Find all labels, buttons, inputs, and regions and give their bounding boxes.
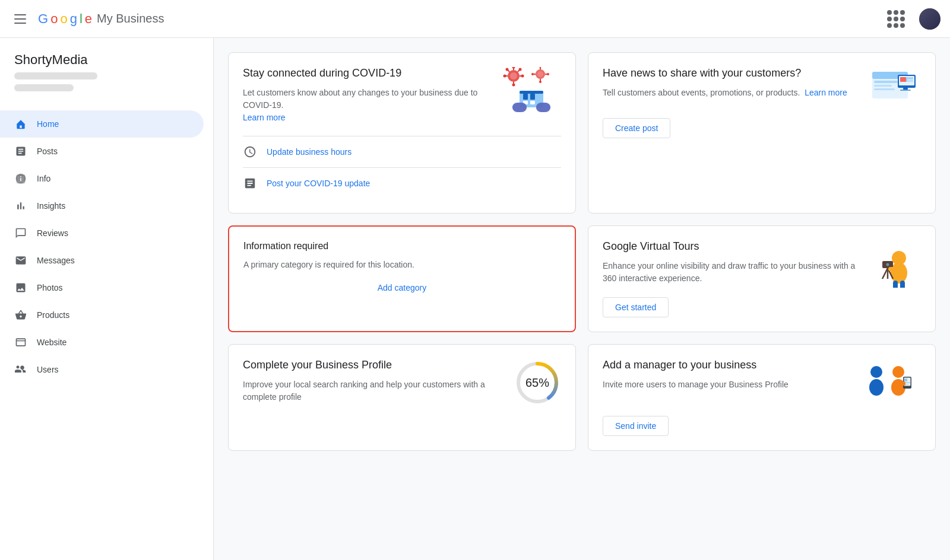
post-covid-action[interactable]: Post your COVID-19 update (243, 168, 561, 199)
svg-point-63 (892, 366, 904, 378)
covid-learn-more[interactable]: Learn more (243, 113, 286, 122)
posts-icon (14, 145, 27, 158)
sidebar-item-reviews[interactable]: Reviews (0, 219, 204, 247)
svg-point-11 (506, 68, 509, 71)
send-invite-button[interactable]: Send invite (603, 416, 669, 436)
news-learn-more[interactable]: Learn more (805, 88, 847, 97)
hamburger-icon[interactable] (10, 9, 31, 28)
google-logo: Google My Business (38, 11, 164, 27)
progress-label: 65% (525, 376, 549, 389)
sidebar-item-website[interactable]: Website (0, 329, 204, 356)
sidebar-item-insights[interactable]: Insights (0, 192, 204, 219)
news-card: Have news to share with your customers? … (588, 52, 936, 214)
sidebar-item-posts[interactable]: Posts (0, 138, 204, 165)
users-icon (14, 363, 27, 376)
messages-icon (14, 254, 27, 267)
home-label: Home (37, 119, 59, 129)
products-label: Products (37, 310, 69, 320)
svg-point-14 (510, 72, 517, 79)
svg-point-61 (870, 366, 882, 378)
manager-desc: Invite more users to manage your Busines… (603, 378, 788, 391)
svg-rect-30 (520, 91, 543, 94)
svg-point-24 (537, 71, 543, 77)
svg-point-54 (886, 263, 889, 266)
svg-point-13 (519, 68, 522, 71)
svg-point-23 (547, 73, 549, 75)
svg-point-48 (891, 262, 907, 284)
info-label: Info (37, 174, 50, 183)
add-category-link[interactable]: Add category (243, 283, 560, 292)
sidebar-item-messages[interactable]: Messages (0, 247, 204, 274)
svg-rect-46 (903, 88, 908, 90)
tours-text: Google Virtual Tours Enhance your online… (603, 240, 867, 285)
sidebar: ShortyMedia Home Posts (0, 38, 214, 560)
svg-rect-70 (898, 381, 905, 386)
sidebar-item-users[interactable]: Users (0, 356, 204, 383)
avatar-icon[interactable] (919, 8, 940, 30)
reviews-icon (14, 227, 27, 240)
sidebar-item-products[interactable]: Products (0, 301, 204, 329)
reviews-label: Reviews (37, 228, 68, 238)
profile-desc: Improve your local search ranking and he… (243, 378, 504, 403)
news-description: Tell customers about events, promotions,… (603, 88, 800, 97)
news-title: Have news to share with your customers? (603, 67, 847, 79)
app-name: My Business (97, 12, 164, 26)
covid-text: Stay connected during COVID-19 Let custo… (243, 67, 492, 124)
avatar-image (919, 8, 940, 30)
covid-desc: Let customers know about any changes to … (243, 87, 492, 124)
insights-label: Insights (37, 201, 65, 211)
svg-point-5 (512, 84, 515, 87)
business-name: ShortyMedia (0, 47, 213, 70)
tours-desc: Enhance your online visibility and draw … (603, 260, 867, 285)
virtual-tours-card: Google Virtual Tours Enhance your online… (588, 225, 936, 332)
users-label: Users (37, 365, 59, 374)
svg-rect-45 (907, 80, 913, 82)
home-icon (14, 117, 27, 131)
svg-rect-33 (512, 103, 527, 112)
cards-grid: Stay connected during COVID-19 Let custo… (228, 52, 936, 451)
svg-rect-39 (874, 88, 895, 90)
sidebar-item-home[interactable]: Home (0, 110, 204, 138)
logo-letter-o1: o (50, 11, 58, 27)
info-icon (14, 172, 27, 185)
svg-line-55 (882, 268, 888, 279)
grid-icon[interactable] (882, 5, 910, 33)
manager-text: Add a manager to your business Invite mo… (603, 359, 788, 391)
clock-icon (243, 145, 257, 159)
profile-text: Complete your Business Profile Improve y… (243, 359, 504, 403)
post-covid-link[interactable]: Post your COVID-19 update (267, 179, 370, 188)
logo-letter-g: G (38, 11, 48, 27)
layout: ShortyMedia Home Posts (0, 38, 950, 560)
create-post-button[interactable]: Create post (603, 118, 670, 138)
business-profile-card: Complete your Business Profile Improve y… (228, 344, 576, 451)
svg-rect-27 (530, 94, 535, 100)
progress-circle: 65% (514, 359, 561, 406)
news-top: Have news to share with your customers? … (603, 67, 921, 109)
svg-rect-42 (900, 77, 906, 82)
covid-card: Stay connected during COVID-19 Let custo… (228, 52, 576, 214)
sidebar-item-photos[interactable]: Photos (0, 274, 204, 301)
manager-illustration (862, 359, 921, 406)
svg-point-19 (539, 81, 542, 83)
info-required-card: Information required A primary category … (228, 225, 576, 332)
sidebar-item-info[interactable]: Info (0, 165, 204, 192)
svg-point-3 (512, 67, 515, 69)
blurred-line-1 (14, 72, 97, 79)
update-hours-action[interactable]: Update business hours (243, 136, 561, 168)
photos-icon (14, 281, 27, 294)
main-content: Stay connected during COVID-19 Let custo… (214, 38, 950, 560)
logo-letter-l: l (80, 11, 83, 27)
covid-description: Let customers know about any changes to … (243, 88, 477, 110)
news-illustration (867, 67, 921, 109)
tours-title: Google Virtual Tours (603, 240, 867, 253)
update-hours-link[interactable]: Update business hours (267, 147, 352, 157)
profile-title: Complete your Business Profile (243, 359, 504, 371)
products-icon (14, 308, 27, 322)
covid-title: Stay connected during COVID-19 (243, 67, 492, 79)
profile-top: Complete your Business Profile Improve y… (243, 359, 561, 406)
get-started-button[interactable]: Get started (603, 297, 669, 317)
logo-letter-e: e (85, 11, 92, 27)
nav-items: Home Posts Info Insights (0, 110, 213, 383)
svg-point-9 (521, 75, 524, 78)
news-text: Have news to share with your customers? … (603, 67, 847, 99)
